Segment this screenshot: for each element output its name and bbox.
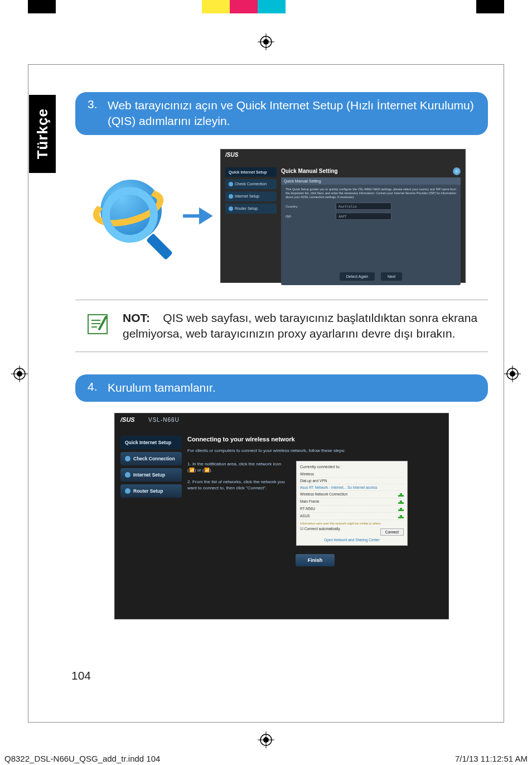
wifi-signal-icon (398, 499, 404, 504)
step-dot-icon (125, 456, 130, 461)
popup-row: Main Frame (300, 498, 404, 506)
sidebar-label: Router Setup (235, 206, 258, 210)
connect-button: Connect (380, 528, 404, 536)
registration-mark-icon (258, 33, 274, 50)
step-dot-icon (125, 488, 130, 494)
wifi-popup: Currently connected to: Wireless Dial-up… (296, 461, 408, 546)
brand-logo: /SUS (120, 416, 135, 423)
note-text: NOT: QIS web sayfası, web tarayıcınız ba… (123, 310, 488, 342)
registration-mark-icon (504, 365, 521, 382)
country-select: Australia (336, 203, 391, 210)
print-color-bar (0, 0, 532, 13)
registration-mark-icon (11, 365, 28, 382)
finish-row: Finish (187, 554, 443, 566)
wifi-signal-icon (398, 492, 404, 497)
popup-label: ASUS (300, 514, 310, 518)
popup-label: Main Frame (300, 499, 320, 503)
popup-label: Wireless (300, 472, 314, 476)
browser-magnifier-icon (86, 171, 176, 261)
language-tab: Türkçe (29, 95, 56, 173)
isp-row: ISP: AAPT (286, 213, 456, 220)
language-label: Türkçe (34, 108, 51, 159)
popup-auto-row: ☑ Connect automatically Connect (300, 527, 404, 531)
step-4-bar: 4. Kurulum tamamlanır. (75, 374, 488, 401)
popup-label: Dial-up and VPN (300, 479, 327, 483)
note-body: QIS web sayfası, web tarayıcınız başlatı… (123, 311, 477, 340)
sidebar-label: Router Setup (133, 488, 163, 494)
step-dot-icon (125, 472, 130, 478)
sidebar-item: Check Connection (225, 179, 277, 189)
step-number: 4. (88, 380, 100, 396)
arrow-right-icon (181, 208, 215, 224)
router-ui-screenshot-2: /SUS VSL-N66U Quick Internet Setup Check… (114, 413, 449, 619)
steps-column: 1. In the notification area, click the n… (187, 461, 288, 546)
popup-row: Asus RT Network - internet... So interne… (300, 484, 404, 491)
auto-connect-label: ☑ Connect automatically (300, 527, 340, 531)
step-3-bar: 3. Web tarayıcınızı açın ve Quick Intern… (75, 92, 488, 135)
popup-link: Open Network and Sharing Center (300, 536, 404, 542)
note-label: NOT: (123, 311, 150, 324)
popup-label: Asus RT Network - internet... So interne… (300, 485, 377, 489)
sidebar-item: Router Setup (120, 484, 182, 498)
wifi-signal-icon (398, 514, 404, 518)
popup-row: Dial-up and VPN (300, 478, 404, 484)
step-dot-icon (229, 194, 233, 199)
print-footer: Q8322_DSL-N66U_QSG_add_tr.indd 104 7/1/1… (0, 754, 532, 763)
page-number: 104 (71, 669, 91, 682)
step-text: Kurulum tamamlanır. (108, 380, 476, 396)
panel-title: Connecting to your wireless network (187, 436, 443, 442)
footer-filename: Q8322_DSL-N66U_QSG_add_tr.indd 104 (4, 754, 160, 763)
instruction-1: 1. In the notification area, click the n… (187, 461, 288, 473)
popup-warning: Information sent over this network might… (300, 520, 404, 527)
step-number: 3. (88, 98, 100, 129)
model-label: VSL-N66U (148, 417, 180, 423)
main-panel: Quick Manual Setting Quick Manual Settin… (281, 167, 461, 278)
illustration-row: /SUS Quick Internet Setup Check Connecti… (75, 149, 488, 283)
page-content: 3. Web tarayıcınızı açın ve Quick Intern… (75, 92, 488, 619)
popup-header: Currently connected to: (300, 465, 404, 469)
step-dot-icon (229, 206, 233, 211)
sidebar-title: Quick Internet Setup (120, 436, 182, 449)
sidebar: Quick Internet Setup Check Connection In… (120, 436, 182, 501)
registration-mark-icon (258, 732, 274, 748)
main-panel: Connecting to your wireless network For … (187, 436, 443, 613)
home-icon (453, 167, 461, 175)
title-text: Quick Manual Setting (281, 168, 338, 174)
content-columns: 1. In the notification area, click the n… (187, 461, 443, 546)
sidebar-label: Check Connection (133, 456, 175, 461)
popup-row: Wireless Network Connection (300, 491, 404, 498)
detect-again-button: Detect Again (340, 272, 375, 281)
wifi-signal-icon (398, 507, 404, 511)
brand-logo: /SUS (225, 152, 238, 158)
sidebar-label: Internet Setup (133, 472, 165, 478)
popup-label: RT-N56U (300, 507, 315, 511)
sidebar-label: Internet Setup (235, 194, 259, 198)
note-icon (84, 310, 112, 338)
button-row: Detect Again Next (286, 270, 456, 281)
panel-title: Quick Manual Setting (281, 167, 461, 175)
sidebar-item: Internet Setup (225, 191, 277, 201)
sidebar-item: Check Connection (120, 452, 182, 465)
router-ui-screenshot-1: /SUS Quick Internet Setup Check Connecti… (220, 149, 466, 283)
popup-label: Wireless Network Connection (300, 492, 347, 496)
instruction-2: 2. From the list of networks, click the … (187, 479, 288, 491)
footer-timestamp: 7/1/13 11:12:51 AM (455, 754, 528, 763)
panel-subtitle: For clients or computers to connect to y… (187, 448, 443, 453)
sidebar-label: Check Connection (235, 182, 267, 186)
step-text: Web tarayıcınızı açın ve Quick Internet … (108, 98, 476, 129)
isp-label: ISP: (286, 215, 336, 218)
next-button: Next (381, 272, 402, 281)
sidebar: Quick Internet Setup Check Connection In… (225, 167, 277, 216)
settings-panel: Quick Manual Setting This Quick Setup gu… (281, 177, 461, 285)
note-block: NOT: QIS web sayfası, web tarayıcınız ba… (75, 300, 488, 353)
step-dot-icon (229, 182, 233, 186)
finish-button: Finish (296, 554, 335, 566)
sidebar-title: Quick Internet Setup (225, 167, 277, 177)
sidebar-item: Router Setup (225, 204, 277, 214)
panel-header: Quick Manual Setting (281, 177, 461, 185)
popup-row: RT-N56U (300, 506, 404, 513)
sidebar-item: Internet Setup (120, 468, 182, 482)
popup-row: Wireless (300, 471, 404, 478)
country-label: Country: (286, 205, 336, 208)
popup-row: ASUS (300, 513, 404, 520)
